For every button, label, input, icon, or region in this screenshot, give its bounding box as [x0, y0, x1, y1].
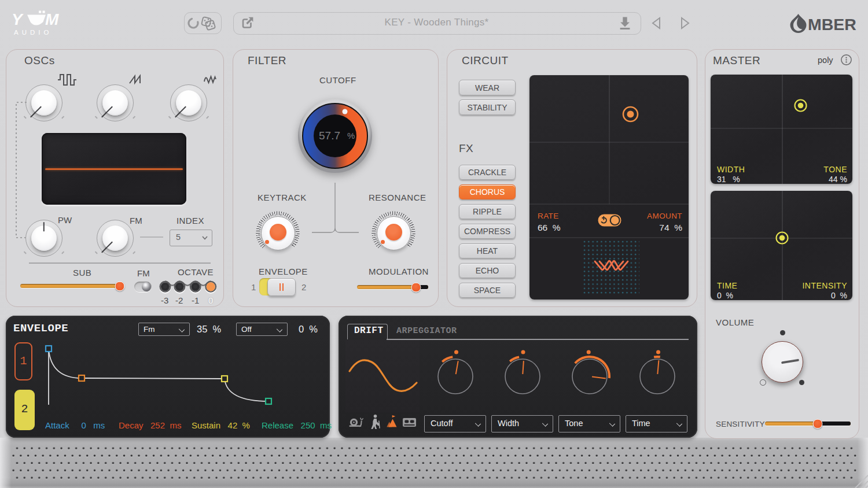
svg-text:%: % [347, 131, 355, 141]
svg-text:MBER: MBER [808, 15, 856, 34]
